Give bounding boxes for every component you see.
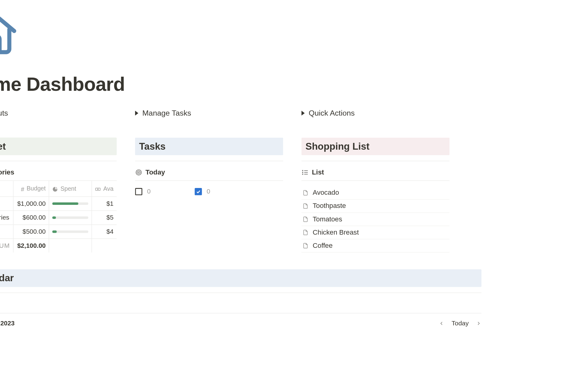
list-item-label: Chicken Breast <box>313 228 359 236</box>
page-icon <box>302 190 309 196</box>
checked-count: 0 <box>207 188 210 195</box>
caret-right-icon <box>301 111 304 116</box>
tasks-unchecked-group[interactable]: 0 <box>135 188 151 195</box>
page-icon <box>302 203 309 209</box>
list-item[interactable]: Avocado <box>301 186 449 200</box>
svg-point-7 <box>138 172 139 173</box>
svg-rect-3 <box>96 188 100 190</box>
checkbox-checked-icon[interactable] <box>195 188 202 195</box>
home-icon <box>0 6 481 59</box>
divider <box>0 293 481 293</box>
svg-point-11 <box>302 170 303 171</box>
target-icon <box>135 169 142 176</box>
shopping-block: Shopping List List AvocadoToothpasteToma… <box>301 138 449 253</box>
tab-label: List <box>312 168 324 176</box>
toggle-manage-tasks[interactable]: Manage Tasks <box>135 109 301 118</box>
calendar-view-tab[interactable] <box>0 300 481 313</box>
list-item[interactable]: Tomatoes <box>301 213 449 226</box>
list-item-label: Avocado <box>313 189 339 197</box>
page-title: Home Dashboard <box>0 73 481 95</box>
tasks-view-tab[interactable]: Today <box>135 168 283 181</box>
col-available[interactable]: Ava <box>92 181 117 197</box>
calendar-prev-button[interactable] <box>439 320 444 326</box>
tab-label: Categories <box>0 168 14 176</box>
row-name: Groceries <box>0 214 9 221</box>
page-icon <box>302 243 309 249</box>
spent-bar <box>52 202 89 205</box>
tasks-checked-group[interactable]: 0 <box>195 188 210 195</box>
list-item-label: Coffee <box>313 242 333 250</box>
toggle-quick-actions[interactable]: Quick Actions <box>301 109 355 118</box>
budget-block: Budget Categories AaName <box>0 138 117 253</box>
list-item-label: Toothpaste <box>313 202 346 210</box>
hash-icon: # <box>21 186 24 192</box>
list-item[interactable]: Coffee <box>301 239 449 252</box>
page-icon <box>302 229 309 236</box>
list-item[interactable]: Chicken Breast <box>301 226 449 239</box>
calendar-today-button[interactable]: Today <box>452 320 469 327</box>
tasks-block: Tasks Today 0 <box>135 138 283 253</box>
page-icon <box>302 216 309 223</box>
calendar-range: Aug - Sep 2023 <box>0 320 15 327</box>
tab-label: Today <box>145 168 165 176</box>
checkbox-unchecked-icon[interactable] <box>135 188 142 195</box>
svg-point-12 <box>302 172 303 173</box>
tasks-header: Tasks <box>135 138 283 155</box>
row-available: $1 <box>92 197 117 211</box>
list-item[interactable]: Toothpaste <box>301 200 449 213</box>
toggle-label: Manage Tasks <box>142 109 191 118</box>
row-budget: $600.00 <box>13 210 49 224</box>
calendar-block: Calendar Aug - Sep 2023 Today <box>0 269 481 327</box>
shopping-header: Shopping List <box>301 138 449 155</box>
list-item-label: Tomatoes <box>313 215 342 223</box>
table-row[interactable]: Free$500.00$4 <box>0 224 117 239</box>
spent-bar <box>52 230 89 233</box>
table-row[interactable]: Rent$1,000.00$1 <box>0 197 117 211</box>
row-budget: $500.00 <box>13 224 49 239</box>
pie-icon <box>52 186 58 192</box>
col-name[interactable]: AaName <box>0 181 13 197</box>
svg-point-4 <box>98 189 99 190</box>
row-budget: $1,000.00 <box>13 197 49 211</box>
toggle-label: Shortcuts <box>0 109 8 118</box>
budget-table: AaName #Budget Spent <box>0 181 117 252</box>
table-row[interactable]: Groceries$600.00$5 <box>0 210 117 224</box>
shopping-view-tab[interactable]: List <box>301 168 449 181</box>
divider <box>135 161 283 161</box>
row-available: $5 <box>92 210 117 224</box>
budget-view-tab[interactable]: Categories <box>0 168 117 181</box>
calendar-header: Calendar <box>0 269 481 287</box>
sum-value: $2,100.00 <box>13 239 49 252</box>
col-spent[interactable]: Spent <box>49 181 92 197</box>
unchecked-count: 0 <box>147 188 151 195</box>
list-icon <box>301 169 309 176</box>
col-budget[interactable]: #Budget <box>13 181 49 197</box>
toggle-label: Quick Actions <box>309 109 355 118</box>
caret-right-icon <box>135 111 138 116</box>
svg-point-13 <box>302 174 303 174</box>
calendar-next-button[interactable] <box>476 320 481 326</box>
spent-bar <box>52 216 89 219</box>
budget-header: Budget <box>0 138 117 155</box>
cash-icon <box>95 186 101 192</box>
sum-label: UM <box>0 239 13 252</box>
toggle-shortcuts[interactable]: Shortcuts <box>0 109 135 118</box>
divider <box>301 161 449 161</box>
divider <box>0 161 117 161</box>
row-available: $4 <box>92 224 117 239</box>
